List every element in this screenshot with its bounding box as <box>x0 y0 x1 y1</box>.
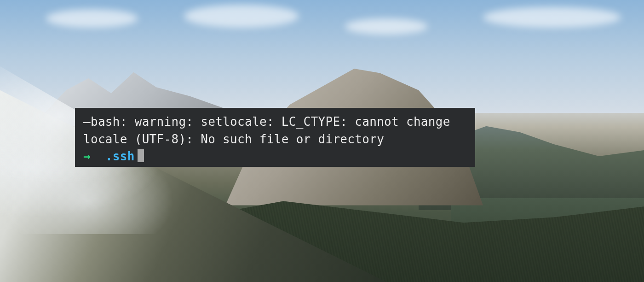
terminal-output-line: —bash: warning: setlocale: LC_CTYPE: can… <box>83 113 467 131</box>
prompt-spacer <box>91 148 105 165</box>
wallpaper-cloud <box>184 5 299 28</box>
wallpaper-cloud <box>483 7 621 28</box>
terminal-cursor <box>138 149 144 162</box>
prompt-current-directory: .ssh <box>105 148 135 165</box>
terminal-prompt-line[interactable]: → .ssh <box>83 148 467 165</box>
prompt-arrow-icon: → <box>83 148 91 165</box>
terminal-window[interactable]: —bash: warning: setlocale: LC_CTYPE: can… <box>75 108 475 167</box>
wallpaper-cloud <box>345 18 428 35</box>
wallpaper-cloud <box>46 9 138 28</box>
terminal-output-line: locale (UTF-8): No such file or director… <box>83 131 467 148</box>
